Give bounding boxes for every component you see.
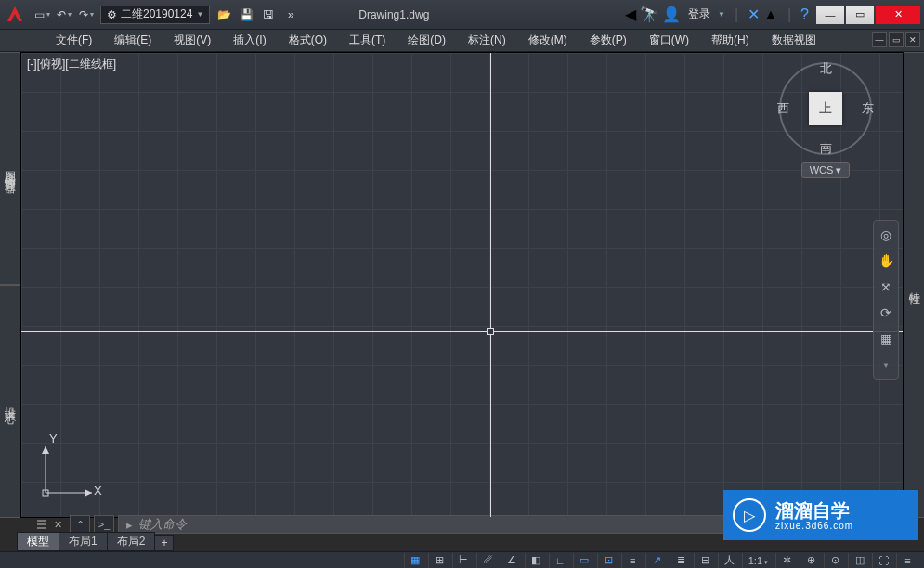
menu-file[interactable]: 文件(F) [45, 30, 103, 51]
status-trans-icon[interactable]: ≡ [621, 553, 644, 568]
status-osnap-icon[interactable]: ∟ [549, 553, 571, 568]
status-otrack-icon[interactable]: ▭ [573, 553, 595, 568]
workspace-label: 二维20190124 [121, 6, 192, 22]
viewcube-top-face[interactable]: 上 [809, 92, 842, 125]
nav-showmotion-icon[interactable]: ▦ [876, 329, 896, 349]
status-cycling-icon[interactable]: ↗ [645, 553, 668, 568]
menu-format[interactable]: 格式(O) [278, 30, 338, 51]
viewcube-coord-system[interactable]: WCS ▾ [801, 162, 851, 178]
viewcube-south[interactable]: 南 [820, 140, 832, 157]
quick-access-toolbar: ▭ ↶ ↷ [32, 5, 97, 25]
menu-modify[interactable]: 修改(M) [517, 30, 579, 51]
nav-prev-button[interactable]: ◀ [625, 6, 636, 23]
status-hw-icon[interactable]: ⊙ [824, 553, 846, 568]
panel-design-center[interactable]: 设计中心 [0, 285, 20, 518]
menu-dimension[interactable]: 标注(N) [457, 30, 517, 51]
watermark-badge: ▷ 溜溜自学 zixue.3d66.com [723, 490, 918, 540]
menu-insert[interactable]: 插入(I) [222, 30, 277, 51]
menu-parametric[interactable]: 参数(P) [579, 30, 638, 51]
status-anno-icon[interactable]: 人 [718, 553, 740, 568]
ucs-x-label: X [94, 484, 102, 497]
status-bar: ▦ ⊞ ⊢ ␥ ∠ ◧ ∟ ▭ ⊡ ≡ ↗ ≣ ⊟ 人 1:1 ✲ ⊕ ⊙ ◫ … [0, 551, 924, 568]
document-title: Drawing1.dwg [319, 8, 468, 21]
redo-button[interactable]: ↷ [76, 5, 97, 25]
status-annomon-icon[interactable]: ⊕ [800, 553, 822, 568]
mdi-close[interactable]: ✕ [905, 32, 920, 47]
help-button[interactable]: ? [800, 6, 809, 23]
ucs-y-label: Y [49, 432, 58, 445]
nav-pan-icon[interactable]: ✋ [876, 251, 896, 271]
close-button[interactable]: ✕ [876, 6, 920, 24]
exchange-apps-icon[interactable]: ✕ [748, 6, 760, 23]
status-ortho-icon[interactable]: ␥ [476, 553, 499, 568]
nav-steering-wheel-icon[interactable]: ◎ [876, 225, 896, 245]
status-infer-icon[interactable]: ⊢ [452, 553, 475, 568]
status-qp-icon[interactable]: ⊟ [694, 553, 716, 568]
tab-layout2[interactable]: 布局2 [107, 532, 156, 551]
nav-orbit-icon[interactable]: ⟳ [876, 303, 896, 323]
nav-expand-icon[interactable]: ▼ [876, 355, 896, 375]
viewport-label[interactable]: [-][俯视][二维线框] [27, 57, 116, 72]
status-lwt-icon[interactable]: ⊡ [597, 553, 619, 568]
workspace-selector[interactable]: ⚙ 二维20190124 ▼ [100, 6, 210, 24]
qat-more-button[interactable]: » [280, 5, 301, 25]
menu-help[interactable]: 帮助(H) [700, 30, 761, 51]
panel-properties[interactable]: 特性 [904, 52, 924, 518]
layout-tabs: 模型 布局1 布局2 + [17, 535, 173, 551]
menu-edit[interactable]: 编辑(E) [103, 30, 163, 51]
nav-zoom-extents-icon[interactable]: ⤧ [876, 277, 896, 297]
status-tpy-icon[interactable]: ≣ [670, 553, 692, 568]
status-clean-icon[interactable]: ⛶ [872, 553, 894, 568]
status-isolate-icon[interactable]: ◫ [848, 553, 870, 568]
open-button[interactable]: 📂 [214, 5, 234, 25]
panel-layer-properties[interactable]: 图层特性管理器 [0, 52, 20, 285]
chevron-down-icon: ▼ [196, 10, 203, 19]
a360-icon[interactable]: ▲ [763, 6, 778, 23]
menu-window[interactable]: 窗口(W) [638, 30, 700, 51]
status-annoscale[interactable]: 1:1 [742, 553, 774, 568]
minimize-button[interactable]: — [816, 6, 844, 24]
watermark-title: 溜溜自学 [775, 500, 853, 521]
ucs-icon[interactable]: X Y [38, 435, 103, 500]
work-area: 图层特性管理器 设计中心 [-][俯视][二维线框] X Y 上 北 南 西 [0, 52, 924, 518]
login-label[interactable]: 登录 [684, 6, 714, 22]
status-iso-icon[interactable]: ◧ [525, 553, 547, 568]
app-logo[interactable] [4, 4, 26, 26]
navigation-bar: ◎ ✋ ⤧ ⟳ ▦ ▼ [873, 220, 899, 380]
mdi-restore[interactable]: ▭ [889, 32, 904, 47]
viewcube-east[interactable]: 东 [862, 100, 874, 117]
qat-new-menu[interactable]: ▭ [32, 5, 52, 25]
mdi-minimize[interactable]: — [872, 32, 887, 47]
view-cube[interactable]: 上 北 南 西 东 WCS ▾ [774, 62, 877, 192]
svg-marker-3 [42, 446, 49, 454]
tab-add[interactable]: + [154, 535, 174, 551]
viewcube-north[interactable]: 北 [820, 60, 832, 77]
tab-layout1[interactable]: 布局1 [59, 532, 108, 551]
command-drag-handle[interactable] [37, 520, 46, 529]
save-button[interactable]: 💾 [236, 5, 256, 25]
status-grid-icon[interactable]: ▦ [404, 553, 426, 568]
command-history-icon[interactable]: ⌃ [70, 515, 90, 534]
status-customize-icon[interactable]: ≡ [896, 553, 918, 568]
viewcube-compass[interactable]: 上 北 南 西 东 [779, 62, 872, 155]
status-polar-icon[interactable]: ∠ [501, 553, 523, 568]
status-ws-icon[interactable]: ✲ [775, 553, 798, 568]
command-close-icon[interactable]: ✕ [50, 519, 66, 531]
user-icon[interactable]: 👤 [662, 6, 681, 23]
menu-draw[interactable]: 绘图(D) [397, 30, 457, 51]
drawing-canvas[interactable]: [-][俯视][二维线框] X Y 上 北 南 西 东 WCS ▾ [20, 52, 904, 518]
maximize-button[interactable]: ▭ [846, 6, 874, 24]
search-binoculars-icon[interactable]: 🔭 [640, 6, 658, 23]
status-snap-icon[interactable]: ⊞ [428, 553, 450, 568]
menu-view[interactable]: 视图(V) [163, 30, 222, 51]
tab-model[interactable]: 模型 [17, 532, 59, 551]
menu-tools[interactable]: 工具(T) [338, 30, 397, 51]
svg-marker-1 [85, 489, 92, 497]
menu-bar: 文件(F) 编辑(E) 视图(V) 插入(I) 格式(O) 工具(T) 绘图(D… [0, 30, 924, 52]
saveas-button[interactable]: 🖫 [258, 5, 279, 25]
viewcube-west[interactable]: 西 [777, 100, 789, 117]
undo-button[interactable]: ↶ [54, 5, 74, 25]
command-prompt-icon[interactable]: >_ [94, 515, 114, 534]
title-bar: ▭ ↶ ↷ ⚙ 二维20190124 ▼ 📂 💾 🖫 » Drawing1.dw… [0, 0, 924, 30]
menu-dataview[interactable]: 数据视图 [761, 30, 827, 51]
